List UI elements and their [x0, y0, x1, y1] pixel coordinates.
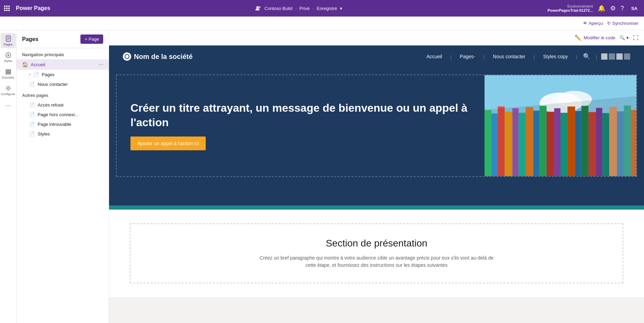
- doc-icon-hors: 📄: [29, 112, 35, 117]
- nav-other-section-title: Autres pages: [17, 89, 109, 100]
- dropdown-chevron[interactable]: ▾: [340, 6, 342, 11]
- people-icon: [255, 5, 262, 11]
- hero-image-svg: [485, 75, 636, 176]
- nav-item-styles[interactable]: 📄 Styles: [17, 129, 109, 139]
- doc-icon-styles: 📄: [29, 131, 35, 137]
- sidebar-item-data[interactable]: Données: [1, 66, 16, 81]
- canvas-toolbar: ✏️ Modifier le code 🔍 ▾ ⛶: [109, 30, 644, 46]
- data-icon: [5, 68, 12, 75]
- sidebar-item-pages[interactable]: Pages: [1, 33, 16, 48]
- hero-inner: Créer un titre attrayant, un message de …: [116, 74, 637, 177]
- presentation-title: Section de présentation: [144, 238, 609, 249]
- nav-item-acces-refuse[interactable]: 📄 Accès refusé: [17, 100, 109, 110]
- site-nav-accueil[interactable]: Accueil: [420, 54, 449, 59]
- nav-item-accueil[interactable]: 🏠 Accueil ···: [17, 59, 109, 70]
- sync-icon: ↻: [607, 21, 611, 26]
- doc-icon-contact: 📄: [29, 81, 35, 87]
- code-icon: ✏️: [575, 34, 582, 41]
- website-preview: Nom de la société Accueil | Pages- | Nou…: [109, 46, 644, 297]
- svg-marker-37: [485, 96, 636, 176]
- doc-icon: 📄: [33, 72, 39, 77]
- help-icon[interactable]: ?: [621, 5, 624, 12]
- svg-rect-9: [6, 73, 11, 74]
- search-icon[interactable]: 🔍: [579, 53, 595, 60]
- nav-item-dots[interactable]: ···: [99, 61, 103, 68]
- doc-icon-intro: 📄: [29, 121, 35, 127]
- nav-item-pages[interactable]: › 📄 Pages: [17, 70, 109, 79]
- site-separator2: -: [312, 6, 314, 11]
- preview-button[interactable]: 👁 Aperçu: [583, 21, 603, 26]
- nav-block-3: [616, 53, 623, 60]
- pages-panel-header: Pages + Page: [17, 30, 109, 48]
- nav-divider-2: |: [482, 54, 486, 59]
- pages-icon: [5, 35, 12, 42]
- preview-icon: 👁: [583, 21, 587, 26]
- site-separator: -: [295, 6, 296, 11]
- site-status: Enregistré: [317, 6, 337, 11]
- user-avatar[interactable]: SA: [629, 3, 640, 14]
- svg-rect-8: [6, 71, 11, 72]
- svg-point-0: [256, 6, 258, 8]
- sync-button[interactable]: ↻ Synchroniser: [607, 21, 638, 26]
- top-bar-center: Contoso Build - Privé - Enregistré ▾: [255, 5, 342, 11]
- styles-icon: [5, 52, 12, 59]
- site-nav-styles[interactable]: Styles copy: [536, 54, 575, 59]
- pages-panel-title: Pages: [22, 36, 38, 42]
- hero-text: Créer un titre attrayant, un message de …: [117, 75, 485, 176]
- nav-block-2: [609, 53, 615, 60]
- svg-point-11: [125, 54, 129, 59]
- svg-rect-7: [6, 70, 11, 71]
- nav-divider-5: |: [595, 54, 598, 59]
- settings-icon[interactable]: ⚙: [610, 4, 616, 12]
- site-nav-contact[interactable]: Nous contacter: [486, 54, 532, 59]
- site-name: Contoso Build: [264, 6, 292, 11]
- sub-bar: 👁 Aperçu ↻ Synchroniser: [0, 17, 644, 30]
- configure-icon: [5, 85, 12, 92]
- waffle-menu[interactable]: [4, 6, 10, 11]
- doc-icon-acces: 📄: [29, 102, 35, 108]
- site-nav-blocks: [601, 53, 630, 60]
- nav-item-contact[interactable]: 📄 Nous contacter: [17, 79, 109, 89]
- top-bar-left: Power Pages: [4, 5, 50, 11]
- nav-divider-4: |: [575, 54, 578, 59]
- nav-main-section-title: Navigation principale: [17, 48, 109, 59]
- site-nav-links: Accueil | Pages- | Nous contacter | Styl…: [420, 53, 630, 60]
- home-icon: 🏠: [22, 62, 28, 67]
- sidebar-item-configure[interactable]: Configurer: [1, 83, 16, 98]
- hero-cta-button[interactable]: Ajouter un appel à l'action ici: [130, 137, 206, 150]
- nav-divider-1: |: [449, 54, 453, 59]
- teal-stripe: [109, 205, 644, 210]
- logo-svg: [125, 54, 129, 59]
- sub-bar-right: 👁 Aperçu ↻ Synchroniser: [583, 21, 638, 26]
- site-nav-pages[interactable]: Pages-: [453, 54, 482, 59]
- zoom-chevron: ▾: [626, 35, 629, 40]
- env-label: Environnement: [548, 4, 593, 8]
- edit-code-button[interactable]: ✏️ Modifier le code: [575, 34, 615, 41]
- pages-panel: Pages + Page Navigation principale 🏠 Acc…: [17, 30, 109, 323]
- chevron-icon: ›: [29, 72, 30, 77]
- env-info: Environnement PowerPagesTrial-01272...: [548, 4, 593, 12]
- nav-block-1: [601, 53, 607, 60]
- presentation-text: Créez un bref paragraphe qui montre à vo…: [256, 254, 497, 269]
- expand-button[interactable]: ⛶: [633, 35, 638, 41]
- hero-image: [485, 75, 636, 176]
- bell-icon[interactable]: 🔔: [598, 4, 605, 12]
- svg-point-1: [258, 6, 261, 8]
- icon-sidebar: Pages Styles Données Configurer ···: [0, 30, 17, 323]
- more-options-icon[interactable]: ···: [6, 102, 11, 109]
- site-privacy: Privé: [300, 6, 310, 11]
- nav-item-hors-connexion[interactable]: 📄 Page hors connexi...: [17, 110, 109, 119]
- zoom-control[interactable]: 🔍 ▾: [619, 35, 629, 40]
- zoom-icon: 🔍: [619, 35, 625, 40]
- top-bar-right: Environnement PowerPagesTrial-01272... 🔔…: [548, 3, 640, 14]
- add-page-button[interactable]: + Page: [80, 34, 103, 44]
- hero-title: Créer un titre attrayant, un message de …: [130, 101, 471, 130]
- main-layout: Pages Styles Données Configurer ··· Page…: [0, 30, 644, 323]
- svg-point-10: [7, 87, 9, 89]
- site-logo-icon: [123, 52, 131, 61]
- nav-divider-3: |: [532, 54, 536, 59]
- sidebar-item-styles[interactable]: Styles: [1, 50, 16, 65]
- nav-item-introuvable[interactable]: 📄 Page introuvable: [17, 119, 109, 129]
- presentation-box: Section de présentation Créez un bref pa…: [130, 223, 623, 283]
- nav-block-4: [624, 53, 630, 60]
